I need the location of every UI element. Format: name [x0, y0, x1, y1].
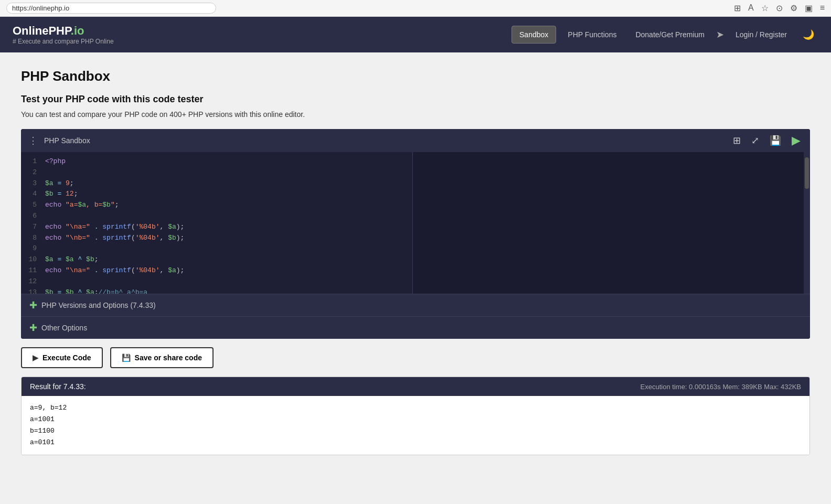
person-icon[interactable]: ⊙ — [776, 3, 783, 13]
result-title: Result for 7.4.33: — [30, 382, 86, 391]
editor-header: ⋮ PHP Sandbox ⊞ ⤢ 💾 ▶ — [21, 129, 810, 152]
other-options-label: Other Options — [41, 324, 87, 332]
split-view-icon[interactable]: ⊞ — [731, 134, 743, 147]
sidebar-icon[interactable]: ▣ — [805, 3, 813, 13]
section-desc: You can test and compare your PHP code o… — [21, 110, 810, 119]
run-icon[interactable]: ▶ — [790, 133, 803, 148]
editor-container: ⋮ PHP Sandbox ⊞ ⤢ 💾 ▶ 12345 678910 11121… — [21, 129, 810, 339]
result-line-1: a=9, b=12 — [30, 402, 801, 414]
url-bar[interactable]: https://onlinephp.io — [6, 3, 216, 14]
login-icon: ➤ — [716, 29, 724, 40]
browser-icons: ⊞ A ☆ ⊙ ⚙ ▣ ≡ — [734, 3, 825, 13]
fullscreen-icon[interactable]: ⤢ — [749, 134, 761, 147]
output-pane — [413, 152, 804, 294]
brand: OnlinePHP.io # Execute and compare PHP O… — [13, 24, 114, 45]
action-buttons: ▶ Execute Code 💾 Save or share code — [21, 347, 810, 368]
page-content: PHP Sandbox Test your PHP code with this… — [0, 52, 831, 504]
result-container: Result for 7.4.33: Execution time: 0.000… — [21, 377, 810, 455]
php-versions-label: PHP Versions and Options (7.4.33) — [41, 301, 156, 309]
execute-label: Execute Code — [42, 353, 91, 362]
php-versions-section[interactable]: ✚ PHP Versions and Options (7.4.33) — [21, 294, 810, 316]
code-editor[interactable]: 12345 678910 1112131415 161718 <?php $a … — [21, 152, 412, 294]
result-line-2: a=1001 — [30, 414, 801, 425]
editor-menu-icon[interactable]: ⋮ — [28, 135, 38, 146]
nav-donate[interactable]: Donate/Get Premium — [628, 26, 712, 43]
brand-subtitle: # Execute and compare PHP Online — [13, 38, 114, 45]
page-title: PHP Sandbox — [21, 68, 810, 84]
browser-chrome: https://onlinephp.io ⊞ A ☆ ⊙ ⚙ ▣ ≡ — [0, 0, 831, 17]
scrollbar-track[interactable] — [804, 152, 810, 294]
navbar: OnlinePHP.io # Execute and compare PHP O… — [0, 17, 831, 52]
result-body: a=9, b=12 a=1001 b=1100 a=0101 — [22, 396, 809, 455]
editor-title: PHP Sandbox — [44, 136, 90, 145]
result-header: Result for 7.4.33: Execution time: 0.000… — [22, 377, 809, 396]
dark-mode-icon[interactable]: 🌙 — [798, 25, 818, 45]
code-content[interactable]: <?php $a = 9; $b = 12; echo "a=$a, b=$b"… — [40, 152, 412, 294]
section-title: Test your PHP code with this code tester — [21, 94, 810, 105]
line-numbers: 12345 678910 1112131415 161718 — [21, 152, 40, 294]
result-line-4: a=0101 — [30, 437, 801, 448]
menu-icon[interactable]: ≡ — [820, 3, 825, 13]
other-options-section[interactable]: ✚ Other Options — [21, 316, 810, 339]
save-label: Save or share code — [135, 353, 202, 362]
execute-button[interactable]: ▶ Execute Code — [21, 347, 103, 368]
expand-other-options-icon: ✚ — [29, 322, 37, 334]
grid-icon[interactable]: ⊞ — [734, 3, 741, 13]
save-disk-icon: 💾 — [122, 353, 131, 362]
editor-toolbar: ⊞ ⤢ 💾 ▶ — [731, 133, 803, 148]
nav-php-functions[interactable]: PHP Functions — [560, 26, 624, 43]
result-line-3: b=1100 — [30, 425, 801, 437]
execute-play-icon: ▶ — [33, 353, 38, 362]
nav-login[interactable]: Login / Register — [728, 26, 794, 43]
font-icon[interactable]: A — [748, 3, 754, 13]
star-icon[interactable]: ☆ — [761, 3, 769, 13]
editor-body: 12345 678910 1112131415 161718 <?php $a … — [21, 152, 810, 294]
nav-sandbox[interactable]: Sandbox — [512, 26, 556, 44]
save-button[interactable]: 💾 Save or share code — [110, 347, 214, 368]
expand-php-versions-icon: ✚ — [29, 299, 37, 311]
result-meta: Execution time: 0.000163s Mem: 389KB Max… — [641, 383, 801, 391]
save-icon[interactable]: 💾 — [768, 134, 783, 147]
brand-title: OnlinePHP.io — [13, 24, 114, 38]
nav-links: Sandbox PHP Functions Donate/Get Premium… — [512, 25, 818, 45]
scrollbar-thumb[interactable] — [805, 157, 809, 189]
extension-icon[interactable]: ⚙ — [790, 3, 797, 13]
code-pane[interactable]: 12345 678910 1112131415 161718 <?php $a … — [21, 152, 413, 294]
